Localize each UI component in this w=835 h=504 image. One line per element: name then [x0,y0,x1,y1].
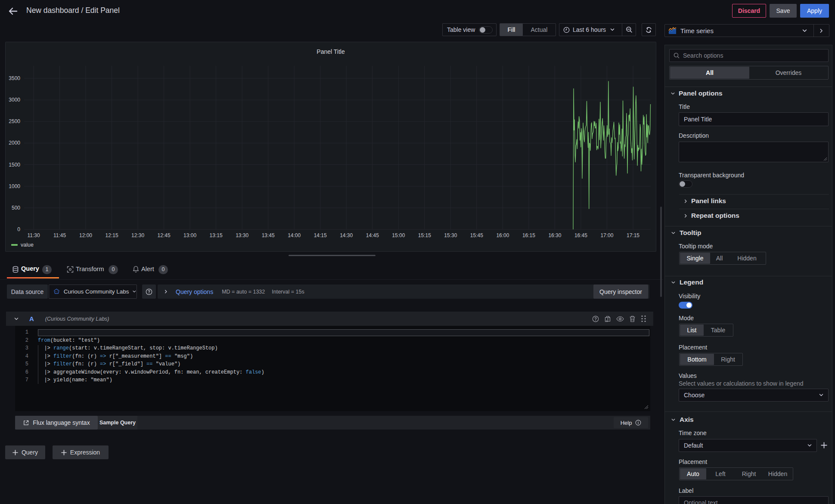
svg-text:14:30: 14:30 [340,232,353,238]
svg-text:17:15: 17:15 [627,232,639,238]
svg-text:2500: 2500 [9,118,20,124]
svg-text:11:30: 11:30 [27,232,40,238]
svg-text:15:00: 15:00 [392,232,405,238]
svg-text:12:30: 12:30 [131,232,144,238]
svg-text:1500: 1500 [9,162,20,168]
svg-text:2000: 2000 [9,140,20,146]
svg-text:13:15: 13:15 [210,232,223,238]
svg-text:15:30: 15:30 [444,232,457,238]
svg-text:13:45: 13:45 [262,232,275,238]
svg-text:14:15: 14:15 [314,232,327,238]
svg-text:16:00: 16:00 [496,232,509,238]
svg-text:15:45: 15:45 [470,232,483,238]
svg-text:13:00: 13:00 [183,232,196,238]
svg-text:0: 0 [17,226,20,232]
svg-text:3000: 3000 [9,97,20,103]
svg-text:16:15: 16:15 [522,232,535,238]
svg-text:12:00: 12:00 [79,232,92,238]
svg-text:16:45: 16:45 [574,232,587,238]
svg-text:3500: 3500 [9,75,20,81]
svg-text:15:15: 15:15 [418,232,431,238]
svg-text:17:00: 17:00 [600,232,613,238]
svg-text:13:30: 13:30 [236,232,248,238]
svg-text:16:30: 16:30 [548,232,561,238]
svg-text:12:45: 12:45 [158,232,171,238]
svg-text:12:15: 12:15 [106,232,118,238]
svg-text:1000: 1000 [9,183,20,189]
svg-text:500: 500 [12,205,20,211]
svg-text:14:00: 14:00 [288,232,301,238]
svg-text:14:45: 14:45 [366,232,379,238]
svg-text:11:45: 11:45 [53,232,66,238]
